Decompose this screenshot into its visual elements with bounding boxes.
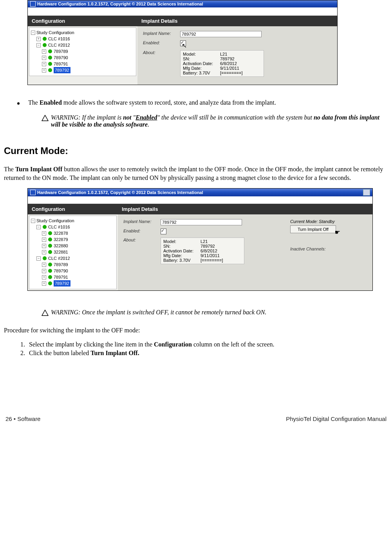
about-value: 9/11/2011 bbox=[220, 66, 239, 71]
status-dot-icon bbox=[43, 256, 47, 260]
implant-name-label: Implant Name: bbox=[143, 31, 180, 36]
text: . bbox=[148, 121, 149, 128]
text: Select the implant by clicking the line … bbox=[29, 341, 154, 348]
titlebar-button-icon[interactable] bbox=[363, 189, 370, 196]
expand-icon[interactable]: − bbox=[36, 225, 41, 229]
about-key: Battery: 3.70V bbox=[163, 258, 201, 263]
expand-icon[interactable]: + bbox=[42, 269, 46, 273]
turn-implant-off-button[interactable]: Turn Implant Off ☚ bbox=[290, 225, 336, 233]
expand-icon[interactable]: − bbox=[36, 256, 41, 261]
expand-icon[interactable]: + bbox=[42, 231, 46, 236]
text: " bbox=[132, 114, 136, 121]
implant-name-input[interactable]: 789792 bbox=[161, 219, 242, 225]
details-header: Implant Details bbox=[137, 16, 337, 26]
status-dot-icon bbox=[48, 238, 52, 241]
text: The bbox=[28, 99, 40, 106]
expand-icon[interactable]: + bbox=[42, 250, 46, 254]
expand-icon[interactable]: − bbox=[36, 43, 41, 47]
procedure-step: Click the button labeled Turn Implant Of… bbox=[27, 350, 388, 357]
status-dot-icon bbox=[48, 244, 52, 248]
procedure-step: Select the implant by clicking the line … bbox=[27, 341, 388, 348]
details-header: Implant Details bbox=[118, 204, 372, 214]
status-dot-icon bbox=[43, 225, 47, 229]
footer-right: PhysioTel Digital Configuration Manual bbox=[286, 415, 387, 422]
expand-icon[interactable]: + bbox=[42, 275, 46, 279]
tree-item[interactable]: CLC #2012 bbox=[48, 42, 70, 48]
about-key: Activation Date: bbox=[183, 61, 220, 66]
tree-root[interactable]: Study Configuration bbox=[36, 218, 74, 224]
tree-item[interactable]: 789790 bbox=[54, 54, 68, 61]
tree-item[interactable]: 789789 bbox=[54, 48, 68, 54]
titlebar-text: Hardware Configuration 1.0.2.1572, Copyr… bbox=[37, 190, 361, 195]
tree-item[interactable]: 789789 bbox=[54, 261, 68, 268]
enabled-checkbox[interactable] bbox=[161, 229, 166, 234]
expand-icon[interactable]: + bbox=[42, 56, 46, 60]
status-dot-icon bbox=[48, 68, 52, 72]
status-dot-icon bbox=[48, 56, 52, 60]
text: WARNING: Once the implant is switched OF… bbox=[51, 309, 266, 316]
config-tree[interactable]: −Study Configuration +CLC #1016 −CLC #20… bbox=[29, 27, 136, 76]
about-key: SN: bbox=[163, 244, 201, 248]
about-box: Model:L21 SN:789792 Activation Date:6/8/… bbox=[161, 238, 244, 264]
tree-root[interactable]: Study Configuration bbox=[36, 29, 74, 36]
hand-cursor-icon: ☚ bbox=[335, 229, 340, 236]
titlebar-1[interactable]: Hardware Configuration 1.0.2.1572, Copyr… bbox=[28, 0, 337, 7]
about-value: 6/8/2012 bbox=[201, 248, 217, 253]
tree-item[interactable]: CLC #1016 bbox=[48, 36, 70, 42]
status-dot-icon bbox=[48, 275, 52, 279]
expand-icon[interactable]: + bbox=[42, 263, 46, 267]
about-value: 6/8/2012 bbox=[220, 61, 237, 66]
app-icon bbox=[30, 190, 36, 195]
tree-item[interactable]: 789790 bbox=[54, 268, 68, 274]
configuration-header: Configuration bbox=[28, 16, 137, 26]
expand-icon[interactable]: + bbox=[42, 244, 46, 248]
status-dot-icon bbox=[48, 250, 52, 254]
text: Turn Implant Off bbox=[15, 166, 62, 172]
config-tree[interactable]: −Study Configuration −CLC #1016 +322878 … bbox=[29, 216, 117, 289]
titlebar-2[interactable]: Hardware Configuration 1.0.2.1572, Copyr… bbox=[28, 189, 372, 196]
titlebar-text: Hardware Configuration 1.0.2.1572, Copyr… bbox=[37, 2, 203, 6]
about-key: SN: bbox=[183, 56, 220, 61]
about-value: [========] bbox=[201, 258, 223, 263]
status-dot-icon bbox=[48, 281, 52, 285]
about-key: Mfg Date: bbox=[163, 253, 201, 258]
tree-item-selected[interactable]: 789792 bbox=[54, 67, 70, 73]
tree-item[interactable]: 322880 bbox=[54, 243, 68, 249]
tree-item[interactable]: 322879 bbox=[54, 236, 68, 243]
warning-1: WARNING: If the implant is not "Enabled"… bbox=[42, 114, 388, 128]
expand-icon[interactable]: − bbox=[31, 31, 35, 35]
status-dot-icon bbox=[48, 62, 52, 66]
status-dot-icon bbox=[48, 263, 52, 267]
enabled-label: Enabled: bbox=[143, 40, 180, 45]
expand-icon[interactable]: + bbox=[42, 49, 46, 54]
tree-item[interactable]: CLC #2012 bbox=[48, 255, 70, 261]
status-dot-icon bbox=[43, 43, 47, 47]
about-value: L21 bbox=[201, 239, 208, 244]
enabled-checkbox[interactable] bbox=[180, 40, 186, 46]
text: column on the left of the screen. bbox=[192, 341, 275, 348]
about-label: About: bbox=[143, 50, 180, 55]
tree-item[interactable]: 322881 bbox=[54, 249, 68, 255]
expand-icon[interactable]: + bbox=[42, 62, 46, 66]
expand-icon[interactable]: + bbox=[36, 37, 41, 41]
toolbar-blank bbox=[28, 196, 372, 204]
about-value: [========] bbox=[220, 71, 243, 75]
tree-item[interactable]: 322878 bbox=[54, 230, 68, 236]
tree-item[interactable]: CLC #1016 bbox=[48, 224, 70, 230]
implant-name-input[interactable]: 789792 bbox=[180, 31, 262, 37]
expand-icon[interactable]: + bbox=[42, 68, 46, 73]
implant-name-label: Implant Name: bbox=[123, 219, 161, 224]
tree-item[interactable]: 789791 bbox=[54, 274, 68, 280]
page-footer: 26 • Software PhysioTel Digital Configur… bbox=[4, 415, 388, 422]
expand-icon[interactable]: + bbox=[42, 238, 46, 242]
status-dot-icon bbox=[43, 37, 47, 41]
about-key: Activation Date: bbox=[163, 248, 201, 253]
warning-2: WARNING: Once the implant is switched OF… bbox=[42, 309, 388, 316]
expand-icon[interactable]: − bbox=[31, 219, 35, 223]
about-key: Battery: 3.70V bbox=[183, 71, 220, 75]
expand-icon[interactable]: + bbox=[42, 281, 46, 286]
inactive-channels-label: Inactive Channels: bbox=[290, 247, 369, 251]
text: mode allows the software system to recor… bbox=[62, 99, 276, 106]
tree-item[interactable]: 789791 bbox=[54, 61, 68, 67]
tree-item-selected[interactable]: 789792 bbox=[54, 280, 70, 287]
